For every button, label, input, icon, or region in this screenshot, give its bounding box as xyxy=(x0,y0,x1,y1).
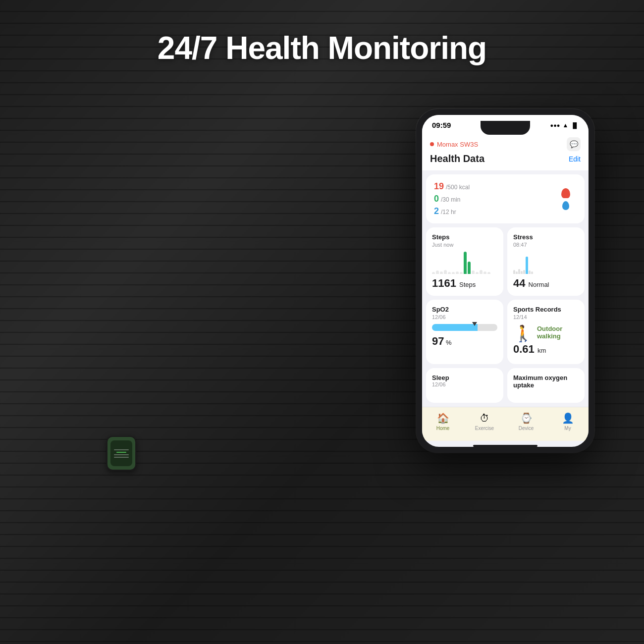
summary-card: 19 /500 kcal 0 /30 min 2 /12 hr xyxy=(426,174,585,223)
battery-icon: ▐▌ xyxy=(571,122,579,128)
phone-screen: 09:59 ●●● ▲ ▐▌ Momax SW3S 💬 Health xyxy=(422,115,589,447)
smartwatch xyxy=(107,436,136,471)
stand-value: 2 xyxy=(434,206,439,216)
nav-device[interactable]: ⌚ Device xyxy=(505,412,547,431)
section-title: Health Data xyxy=(430,153,484,164)
stress-label: Stress xyxy=(513,233,579,241)
exercise-unit: /30 min xyxy=(441,196,460,203)
device-label: Device xyxy=(519,426,534,431)
watch-line-3 xyxy=(114,457,129,458)
app-header: Momax SW3S 💬 Health Data Edit xyxy=(422,133,589,170)
outdoor-label: Outdoor walking xyxy=(537,325,579,340)
summary-icon xyxy=(555,182,577,216)
home-indicator xyxy=(473,445,537,447)
exercise-row: 0 /30 min xyxy=(434,194,470,204)
spo2-label: SpO2 xyxy=(432,306,497,313)
bottom-cards: Sleep 12/06 Maximum oxygen uptake xyxy=(422,368,589,407)
status-time: 09:59 xyxy=(432,121,451,129)
sports-card[interactable]: Sports Records 12/14 🚶 Outdoor walking 0… xyxy=(507,300,585,364)
spo2-time: 12/06 xyxy=(432,314,497,320)
spo2-value: 97 % xyxy=(432,335,497,348)
chat-icon[interactable]: 💬 xyxy=(567,137,581,151)
phone-mockup: 09:59 ●●● ▲ ▐▌ Momax SW3S 💬 Health xyxy=(416,109,594,453)
sleep-card[interactable]: Sleep 12/06 xyxy=(426,368,503,403)
oxygen-label: Maximum oxygen uptake xyxy=(513,374,579,389)
nav-exercise[interactable]: ⏱ Exercise xyxy=(464,413,505,431)
wifi-icon: ▲ xyxy=(563,122,569,129)
phone-frame: 09:59 ●●● ▲ ▐▌ Momax SW3S 💬 Health xyxy=(416,109,594,453)
stress-card[interactable]: Stress 08:47 xyxy=(507,227,585,296)
nav-my[interactable]: 👤 My xyxy=(547,412,589,431)
steps-label: Steps xyxy=(432,233,497,241)
cards-grid: Steps Just now xyxy=(422,227,589,364)
oxygen-card[interactable]: Maximum oxygen uptake xyxy=(507,368,585,403)
calories-value: 19 xyxy=(434,181,444,192)
stand-row: 2 /12 hr xyxy=(434,206,470,216)
sleep-time: 12/06 xyxy=(432,381,497,387)
my-label: My xyxy=(564,426,571,431)
home-icon: 🏠 xyxy=(437,412,449,424)
exercise-icon: ⏱ xyxy=(480,413,489,424)
walk-figure-icon: 🚶 xyxy=(513,324,533,343)
status-bar: 09:59 ●●● ▲ ▐▌ xyxy=(422,115,589,133)
stress-time: 08:47 xyxy=(513,242,579,248)
spo2-indicator xyxy=(472,322,477,326)
exercise-label: Exercise xyxy=(475,426,494,431)
spo2-bar-container xyxy=(432,324,497,331)
sports-time: 12/14 xyxy=(513,314,579,320)
edit-button[interactable]: Edit xyxy=(569,155,581,163)
bottom-nav: 🏠 Home ⏱ Exercise ⌚ Device 👤 My xyxy=(422,407,589,441)
stand-unit: /12 hr xyxy=(441,209,456,215)
summary-metrics: 19 /500 kcal 0 /30 min 2 /12 hr xyxy=(434,181,470,216)
stress-chart xyxy=(513,252,579,274)
sports-content: 🚶 Outdoor walking xyxy=(513,324,579,343)
device-label: Momax SW3S xyxy=(437,141,478,148)
signal-icon: ●●● xyxy=(550,122,560,128)
page-title: 24/7 Health Monitoring xyxy=(0,30,644,66)
calories-unit: /500 kcal xyxy=(446,184,470,191)
status-icons: ●●● ▲ ▐▌ xyxy=(550,122,579,129)
sports-label: Sports Records xyxy=(513,306,579,313)
device-row: Momax SW3S 💬 xyxy=(430,137,581,151)
flame-icon xyxy=(561,188,570,198)
steps-value: 1161 Steps xyxy=(432,277,497,290)
calories-row: 19 /500 kcal xyxy=(434,181,470,192)
device-icon: ⌚ xyxy=(520,412,533,424)
spo2-card[interactable]: SpO2 12/06 97 % xyxy=(426,300,503,364)
stress-value: 44 Normal xyxy=(513,277,579,290)
my-icon: 👤 xyxy=(562,412,574,424)
watch-screen xyxy=(110,440,132,466)
health-data-row: Health Data Edit xyxy=(430,153,581,164)
walk-icon-wrapper: 🚶 Outdoor walking xyxy=(513,324,579,343)
drop-icon xyxy=(562,201,569,210)
watch-line-green xyxy=(116,452,126,453)
notch xyxy=(481,121,530,135)
watch-line-2 xyxy=(114,454,129,455)
connection-dot xyxy=(430,142,434,146)
sports-value: 0.61 km xyxy=(513,343,579,356)
spo2-bar xyxy=(432,324,497,331)
steps-card[interactable]: Steps Just now xyxy=(426,227,503,296)
exercise-value: 0 xyxy=(434,194,439,204)
steps-time: Just now xyxy=(432,242,497,248)
watch-line-1 xyxy=(114,449,129,450)
sleep-label: Sleep xyxy=(432,374,497,381)
home-label: Home xyxy=(436,426,450,431)
device-name: Momax SW3S xyxy=(430,141,478,148)
steps-chart xyxy=(432,252,497,274)
nav-home[interactable]: 🏠 Home xyxy=(422,412,464,431)
